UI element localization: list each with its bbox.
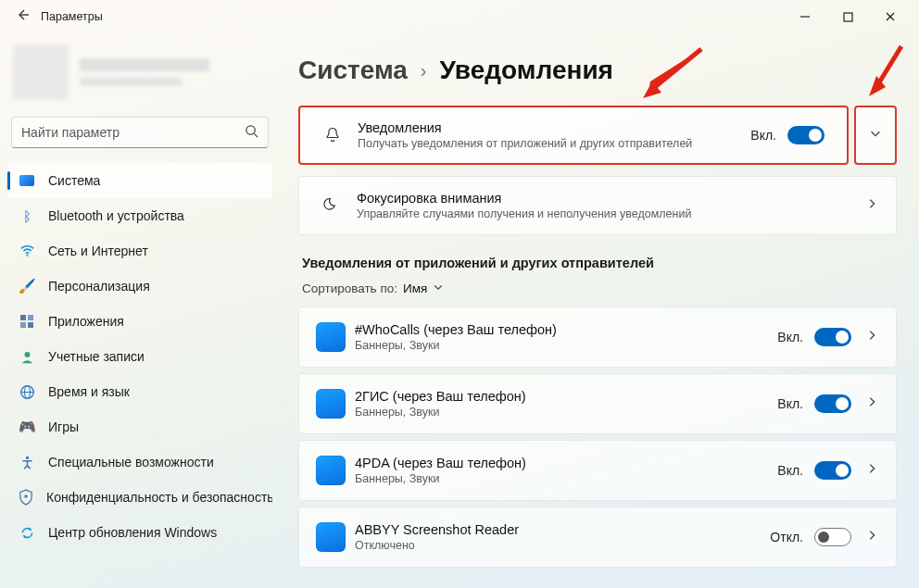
- card-title: Уведомления: [358, 120, 747, 135]
- back-button[interactable]: [7, 7, 37, 26]
- chevron-right-icon: [861, 395, 883, 412]
- app-name: 2ГИС (через Ваш телефон): [355, 389, 774, 404]
- notifications-card[interactable]: Уведомления Получать уведомления от прил…: [298, 106, 849, 165]
- window-controls: [784, 2, 912, 31]
- app-toggle[interactable]: [814, 328, 851, 346]
- chevron-down-icon: [864, 127, 887, 144]
- sidebar-item-label: Сеть и Интернет: [48, 244, 148, 258]
- sidebar-item-label: Время и язык: [48, 384, 130, 399]
- shield-icon: [19, 489, 33, 506]
- app-row[interactable]: 4PDA (через Ваш телефон)Баннеры, ЗвукиВк…: [298, 440, 897, 501]
- app-name: #WhoCalls (через Ваш телефон): [355, 322, 774, 337]
- sidebar-item-label: Игры: [48, 419, 79, 434]
- app-toggle[interactable]: [814, 461, 851, 480]
- card-subtitle: Управляйте случаями получения и неполуче…: [357, 207, 857, 220]
- app-toggle[interactable]: [814, 528, 851, 546]
- sidebar-item-label: Учетные записи: [48, 349, 145, 364]
- chevron-down-icon: [433, 281, 444, 295]
- sidebar-item-label: Специальные возможности: [48, 455, 214, 469]
- search-box[interactable]: [11, 117, 269, 148]
- sidebar-item-1[interactable]: ᛒBluetooth и устройства: [7, 198, 272, 233]
- card-title: Фокусировка внимания: [357, 191, 857, 206]
- search-input[interactable]: [21, 125, 245, 140]
- app-sub: Баннеры, Звуки: [355, 406, 774, 419]
- breadcrumb-current: Уведомления: [440, 56, 613, 85]
- access-icon: [19, 454, 35, 470]
- sidebar: СистемаᛒBluetooth и устройстваСеть и Инт…: [0, 33, 278, 588]
- card-subtitle: Получать уведомления от приложений и дру…: [358, 137, 747, 150]
- sidebar-item-label: Система: [48, 173, 100, 188]
- chevron-right-icon: ›: [421, 60, 427, 81]
- chevron-right-icon: [861, 529, 883, 545]
- minimize-button[interactable]: [784, 2, 826, 31]
- toggle-label: Вкл.: [777, 396, 803, 411]
- svg-point-4: [246, 126, 255, 134]
- app-name: ABBYY Screenshot Reader: [355, 522, 766, 537]
- sidebar-item-label: Центр обновления Windows: [48, 525, 217, 540]
- app-row[interactable]: #WhoCalls (через Ваш телефон)Баннеры, Зв…: [298, 307, 897, 368]
- sidebar-item-5[interactable]: Учетные записи: [7, 339, 272, 374]
- app-toggle[interactable]: [814, 394, 851, 413]
- app-sub: Отключено: [355, 539, 766, 552]
- app-icon: [316, 456, 346, 485]
- sidebar-item-4[interactable]: Приложения: [7, 304, 272, 339]
- focus-card[interactable]: Фокусировка внимания Управляйте случаями…: [298, 176, 897, 235]
- svg-point-15: [25, 456, 28, 458]
- toggle-label: Вкл.: [750, 128, 776, 143]
- apps-icon: [19, 313, 35, 330]
- sidebar-item-7[interactable]: 🎮Игры: [7, 409, 272, 444]
- sidebar-item-9[interactable]: Конфиденциальность и безопасность: [7, 480, 272, 515]
- sidebar-item-2[interactable]: Сеть и Интернет: [7, 233, 272, 269]
- app-icon: [316, 522, 346, 552]
- avatar: [13, 44, 69, 100]
- svg-point-6: [26, 255, 28, 256]
- chevron-right-icon: [861, 329, 883, 345]
- sidebar-item-label: Bluetooth и устройства: [48, 208, 184, 223]
- maximize-button[interactable]: [826, 2, 869, 31]
- svg-rect-7: [20, 315, 26, 320]
- sidebar-item-label: Персонализация: [48, 279, 150, 294]
- display-icon: [19, 172, 35, 189]
- app-row[interactable]: ABBYY Screenshot ReaderОтключеноОткл.: [298, 507, 897, 568]
- app-icon: [316, 389, 346, 419]
- sidebar-item-8[interactable]: Специальные возможности: [7, 444, 272, 480]
- globe-icon: [19, 383, 35, 400]
- toggle-label: Вкл.: [777, 463, 803, 478]
- content: Система › Уведомления Уведомления Получа…: [278, 33, 919, 588]
- sidebar-item-label: Конфиденциальность и безопасность: [46, 490, 272, 505]
- app-sub: Баннеры, Звуки: [355, 339, 774, 352]
- sidebar-item-3[interactable]: 🖌️Персонализация: [7, 269, 272, 304]
- breadcrumb-parent[interactable]: Система: [298, 56, 408, 85]
- notifications-toggle[interactable]: [787, 126, 825, 144]
- moon-icon: [316, 196, 347, 215]
- svg-rect-10: [28, 322, 33, 328]
- game-icon: 🎮: [19, 419, 35, 435]
- svg-rect-1: [844, 13, 852, 21]
- breadcrumb: Система › Уведомления: [298, 56, 897, 85]
- app-row[interactable]: 2ГИС (через Ваш телефон)Баннеры, ЗвукиВк…: [298, 373, 897, 434]
- sidebar-item-10[interactable]: Центр обновления Windows: [7, 515, 272, 550]
- user-block[interactable]: [6, 39, 274, 113]
- wifi-icon: [19, 243, 35, 259]
- nav-list: СистемаᛒBluetooth и устройстваСеть и Инт…: [6, 163, 274, 550]
- sort-value: Имя: [403, 281, 427, 295]
- titlebar: Параметры: [0, 0, 919, 33]
- sidebar-item-6[interactable]: Время и язык: [7, 374, 272, 409]
- brush-icon: 🖌️: [19, 278, 35, 294]
- sidebar-item-0[interactable]: Система: [7, 163, 272, 198]
- chevron-right-icon: [861, 197, 883, 214]
- section-title: Уведомления от приложений и других отпра…: [302, 256, 897, 270]
- app-name: 4PDA (через Ваш телефон): [355, 456, 774, 470]
- close-button[interactable]: [869, 2, 912, 31]
- svg-rect-8: [28, 315, 33, 320]
- sort-row[interactable]: Сортировать по: Имя: [302, 281, 897, 295]
- sort-label: Сортировать по:: [302, 281, 397, 295]
- window-title: Параметры: [41, 10, 103, 23]
- notifications-expand[interactable]: [854, 106, 897, 165]
- toggle-label: Откл.: [770, 530, 803, 544]
- svg-line-5: [254, 133, 258, 137]
- bluetooth-icon: ᛒ: [19, 207, 35, 224]
- toggle-label: Вкл.: [777, 330, 803, 344]
- bell-icon: [317, 126, 348, 144]
- account-icon: [19, 348, 35, 365]
